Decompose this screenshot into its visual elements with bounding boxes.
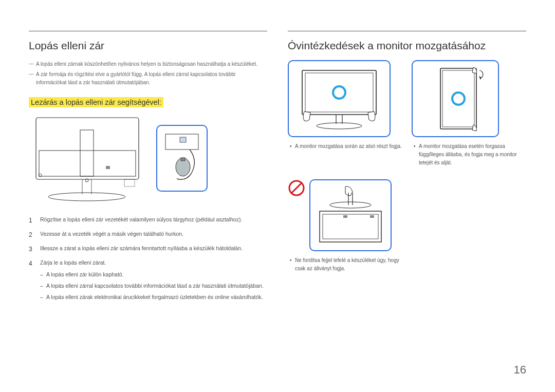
substeps-list: A lopás elleni zár külön kapható. A lopá… (40, 270, 267, 302)
left-column: Lopás elleni zár A lopás elleni zárnak k… (29, 31, 267, 307)
left-heading: Lopás elleni zár (29, 40, 267, 52)
svg-rect-31 (343, 215, 347, 218)
left-subheading: Lezárás a lopás elleni zár segítségével: (29, 97, 163, 107)
svg-rect-0 (36, 118, 139, 179)
svg-rect-11 (180, 137, 186, 142)
substep-item: A lopás elleni zárak elektronikai árucik… (40, 293, 267, 302)
hold-bottom-illustration (293, 65, 385, 132)
svg-rect-20 (440, 68, 476, 129)
precaution-text: A monitor mozgatása során az alsó részt … (288, 142, 402, 151)
hold-bottom-box (288, 60, 391, 137)
svg-point-22 (452, 92, 465, 105)
prohibition-icon (288, 179, 305, 197)
illustration-row (29, 115, 267, 202)
precaution-text: Ne fordítsa fejjel lefelé a készüléket ú… (288, 256, 402, 273)
step-item: Vezesse át a vezeték végét a másik végen… (29, 230, 267, 239)
precaution-row-2: Ne fordítsa fejjel lefelé a készüléket ú… (288, 179, 526, 275)
step-item: Rögzítse a lopás elleni zár vezetékét va… (29, 215, 267, 225)
svg-marker-23 (479, 76, 482, 80)
substep-item: A lopás elleni zárral kapcsolatos tovább… (40, 282, 267, 291)
svg-line-25 (291, 183, 302, 193)
note-item: A lopás elleni zárnak köszönhetően nyilv… (29, 60, 267, 68)
svg-rect-14 (302, 70, 376, 115)
rotate-hold-illustration (417, 65, 494, 132)
steps-list: Rögzítse a lopás elleni zár vezetékét va… (29, 215, 267, 302)
precaution-col: A monitor mozgatása esetén forgassa függ… (412, 60, 526, 169)
step-item: Zárja le a lopás elleni zárat. A lopás e… (29, 258, 267, 302)
bullet-item: Ne fordítsa fejjel lefelé a készüléket ú… (288, 256, 402, 273)
precaution-row-1: A monitor mozgatása során az alsó részt … (288, 60, 526, 169)
precaution-col: Ne fordítsa fejjel lefelé a készüléket ú… (288, 179, 402, 275)
svg-rect-4 (106, 166, 110, 169)
upside-down-box (309, 179, 392, 251)
page-number: 16 (514, 363, 526, 377)
svg-rect-2 (80, 130, 94, 176)
svg-point-16 (333, 86, 345, 99)
monitor-back-illustration (29, 115, 147, 202)
note-item: A zár formája és rögzítési elve a gyártó… (29, 70, 267, 87)
step-item: Illessze a zárat a lopás elleni zár szám… (29, 244, 267, 253)
svg-rect-21 (442, 70, 474, 127)
svg-point-7 (48, 193, 125, 201)
svg-rect-13 (181, 158, 185, 161)
lock-detail-illustration (161, 130, 202, 186)
substep-item: A lopás elleni zár külön kapható. (40, 270, 267, 279)
bullet-item: A monitor mozgatása során az alsó részt … (288, 142, 402, 151)
svg-point-28 (330, 202, 371, 208)
svg-point-19 (317, 123, 362, 129)
right-heading: Óvintézkedések a monitor mozgatásához (288, 40, 526, 52)
precaution-text: A monitor mozgatása esetén forgassa függ… (412, 142, 526, 167)
svg-rect-30 (323, 214, 378, 239)
svg-rect-15 (305, 73, 373, 112)
svg-rect-6 (124, 179, 135, 186)
precaution-col: A monitor mozgatása során az alsó részt … (288, 60, 402, 169)
upside-down-illustration (314, 184, 386, 246)
rotate-hold-box (412, 60, 499, 137)
lock-detail-box (156, 125, 208, 192)
svg-rect-32 (370, 215, 374, 218)
right-column: Óvintézkedések a monitor mozgatásához (288, 31, 526, 307)
bullet-item: A monitor mozgatása esetén forgassa függ… (412, 142, 526, 167)
left-notes: A lopás elleni zárnak köszönhetően nyilv… (29, 60, 267, 87)
svg-rect-1 (39, 151, 136, 176)
step-text: Zárja le a lopás elleni zárat. (40, 259, 106, 266)
